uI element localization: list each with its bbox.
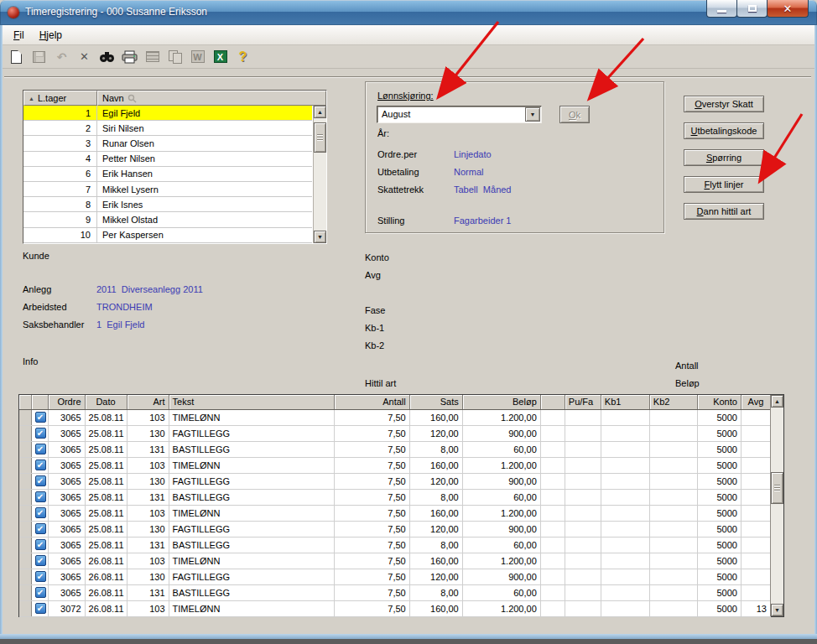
scroll-up-icon[interactable]: ▲ xyxy=(314,106,326,118)
close-button[interactable]: ✕ xyxy=(767,0,809,18)
employee-row[interactable]: 1Egil Fjeld xyxy=(23,106,312,121)
help-button[interactable]: ? xyxy=(233,48,252,66)
row-checkbox[interactable]: ✔ xyxy=(35,412,46,423)
employee-row[interactable]: 7Mikkel Lysern xyxy=(23,182,312,197)
employee-row[interactable]: 2Siri Nilsen xyxy=(23,121,312,136)
menu-hjelp[interactable]: Hjelp xyxy=(34,27,68,44)
row-checkbox[interactable]: ✔ xyxy=(35,444,46,454)
grid-row[interactable]: ✔307226.08.11103TIMELØNN7,50160,001.200,… xyxy=(19,600,771,616)
row-checkbox[interactable]: ✔ xyxy=(35,491,46,502)
employee-name: Mikkel Olstad xyxy=(97,215,158,225)
column-header-navn[interactable]: Navn xyxy=(97,91,326,106)
word-export-button: W xyxy=(188,48,207,66)
grid-row[interactable]: ✔306525.08.11103TIMELØNN7,50160,001.200,… xyxy=(19,409,771,425)
row-checkbox[interactable]: ✔ xyxy=(35,555,46,566)
employee-row[interactable]: 4Petter Nilsen xyxy=(23,152,312,167)
grid-row[interactable]: ✔306525.08.11130FAGTILLEGG7,50120,00900,… xyxy=(19,521,771,537)
sort-ascending-icon: ▲ xyxy=(29,96,34,101)
grid-column-header-belop[interactable]: Beløp xyxy=(462,395,540,409)
title-bar[interactable]: Timeregistrering - 000 Susanne Eriksson … xyxy=(0,0,817,25)
grid-cell-kb2 xyxy=(649,457,697,473)
column-header-ltager[interactable]: ▲ L.tager xyxy=(23,91,97,106)
delete-button[interactable]: ✕ xyxy=(75,48,94,66)
grid-row[interactable]: ✔306525.08.11103TIMELØNN7,50160,001.200,… xyxy=(19,505,771,521)
grid-scrollbar[interactable]: ▲ ▼ xyxy=(770,395,783,616)
window-border-bottom xyxy=(0,634,817,639)
scroll-down-icon[interactable]: ▼ xyxy=(771,604,783,616)
maximize-button[interactable] xyxy=(736,0,768,18)
row-checkbox[interactable]: ✔ xyxy=(35,475,46,486)
scroll-thumb[interactable] xyxy=(771,472,783,504)
grid-row[interactable]: ✔306525.08.11130FAGTILLEGG7,50120,00900,… xyxy=(19,425,771,441)
grid-column-header-ordre[interactable]: Ordre xyxy=(48,395,85,409)
grid-column-header-kb1[interactable]: Kb1 xyxy=(601,395,649,409)
grid-column-header-dato[interactable]: Dato xyxy=(85,395,127,409)
employee-row[interactable]: 10Per Kaspersen xyxy=(23,228,312,243)
row-checkbox[interactable]: ✔ xyxy=(35,523,46,534)
minimize-button[interactable] xyxy=(706,0,737,18)
chevron-down-icon[interactable]: ▼ xyxy=(525,107,540,122)
grid-row[interactable]: ✔306525.08.11131BASTILLEGG7,508,0060,005… xyxy=(19,489,771,505)
grid-row[interactable]: ✔306526.08.11130FAGTILLEGG7,50120,00900,… xyxy=(19,569,771,584)
flytt-linjer-button[interactable]: Flytt linjer xyxy=(684,176,764,193)
scroll-up-icon[interactable]: ▲ xyxy=(771,395,783,408)
ok-button[interactable]: Ok xyxy=(559,106,590,123)
grid-row[interactable]: ✔306525.08.11130FAGTILLEGG7,50120,00900,… xyxy=(19,473,771,489)
grid-cell-pufa xyxy=(565,521,601,537)
row-checkbox[interactable]: ✔ xyxy=(35,428,46,439)
row-checkbox[interactable]: ✔ xyxy=(35,603,46,614)
grid-row[interactable]: ✔306526.08.11131BASTILLEGG7,508,0060,005… xyxy=(19,584,771,600)
grid-column-header-tekst[interactable]: Tekst xyxy=(169,395,334,409)
scroll-down-icon[interactable]: ▼ xyxy=(314,231,326,243)
grid-row[interactable]: ✔306526.08.11103TIMELØNN7,50160,001.200,… xyxy=(19,553,771,569)
grid-column-header-avg[interactable]: Avg xyxy=(741,395,770,409)
grid-column-header-pufa[interactable]: Pu/Fa xyxy=(565,395,601,409)
grid-cell-ordre: 3065 xyxy=(48,537,85,553)
grid-cell-dato: 25.08.11 xyxy=(85,457,127,473)
dann-hittil-art-button[interactable]: Dann hittil art xyxy=(684,203,764,220)
row-checkbox[interactable]: ✔ xyxy=(35,571,46,582)
grid-row[interactable]: ✔306525.08.11103TIMELØNN7,50160,001.200,… xyxy=(19,457,771,473)
payroll-run-combobox[interactable]: August ▼ xyxy=(377,106,542,123)
grid-column-header-konto[interactable]: Konto xyxy=(697,395,741,409)
print-button[interactable] xyxy=(120,48,139,66)
grid-column-header-sats[interactable]: Sats xyxy=(409,395,462,409)
grid-cell-avg: 13 xyxy=(741,600,770,616)
employee-row[interactable]: 6Erik Hansen xyxy=(23,167,312,182)
row-checkbox[interactable]: ✔ xyxy=(35,460,46,470)
employee-row[interactable]: 3Runar Olsen xyxy=(23,136,312,151)
grid-row[interactable]: ✔306525.08.11131BASTILLEGG7,508,0060,005… xyxy=(19,441,771,457)
grid-cell-antall: 7,50 xyxy=(334,457,409,473)
overstyr-skatt-button[interactable]: Overstyr Skatt xyxy=(684,96,764,112)
find-button[interactable] xyxy=(97,48,117,66)
utbetalingskode-button[interactable]: Utbetalingskode xyxy=(684,122,764,139)
employee-row[interactable]: 9Mikkel Olstad xyxy=(23,212,312,227)
employee-list-scrollbar[interactable]: ▲ ▼ xyxy=(313,106,326,243)
sporring-button[interactable]: Spørring xyxy=(684,149,764,166)
grid-cell-sats: 120,00 xyxy=(409,473,462,489)
scroll-thumb[interactable] xyxy=(314,122,326,153)
grid-cell-chk: ✔ xyxy=(31,553,48,569)
grid-row[interactable]: ✔306525.08.11131BASTILLEGG7,508,0060,005… xyxy=(19,537,771,553)
grid-cell-sats: 160,00 xyxy=(409,409,462,425)
row-checkbox[interactable]: ✔ xyxy=(35,507,46,518)
grid-cell-avg xyxy=(741,505,770,521)
grid-cell-kb2 xyxy=(649,600,697,616)
excel-export-button[interactable]: X xyxy=(211,48,230,66)
grid-column-header-art[interactable]: Art xyxy=(127,395,169,409)
print-icon xyxy=(122,50,138,64)
row-checkbox[interactable]: ✔ xyxy=(35,539,46,550)
grid-cell-kb2 xyxy=(649,537,697,553)
employee-number: 2 xyxy=(23,121,97,135)
employee-row[interactable]: 8Erik Isnes xyxy=(23,197,312,212)
grid-cell-sel xyxy=(19,569,31,584)
grid-column-header-antall[interactable]: Antall xyxy=(334,395,409,409)
grid-cell-belop: 60,00 xyxy=(462,441,540,457)
menu-fil[interactable]: Fil xyxy=(8,27,30,44)
row-checkbox[interactable]: ✔ xyxy=(35,587,46,598)
hittil-art-label: Hittil art xyxy=(365,378,396,388)
grid-cell-tekst: FAGTILLEGG xyxy=(169,425,334,441)
new-document-button[interactable] xyxy=(7,48,26,66)
grid-column-header-kb2[interactable]: Kb2 xyxy=(649,395,697,409)
grid-cell-pufa xyxy=(565,409,601,425)
